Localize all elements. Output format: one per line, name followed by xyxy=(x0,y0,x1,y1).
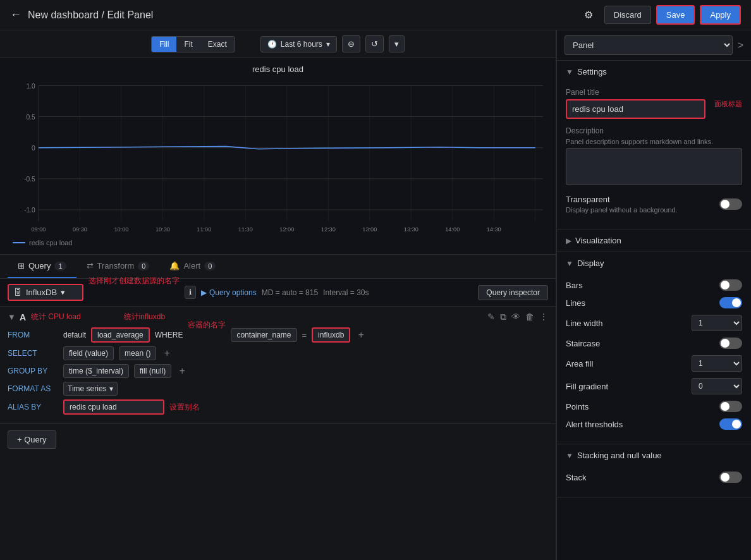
svg-text:13:00: 13:00 xyxy=(362,226,377,233)
copy-icon[interactable]: ⧉ xyxy=(500,312,506,322)
more-icon[interactable]: ⋮ xyxy=(539,312,548,322)
settings-button[interactable]: ⚙ xyxy=(578,5,599,25)
area-fill-select[interactable]: 1 xyxy=(692,355,742,372)
cpu-title: 统计 CPU load xyxy=(31,312,81,322)
bars-toggle[interactable] xyxy=(719,279,742,291)
points-label: Points xyxy=(566,402,589,411)
alert-icon: 🔔 xyxy=(169,261,180,271)
tab-alert[interactable]: 🔔 Alert 0 xyxy=(159,255,226,278)
group-add-button[interactable]: + xyxy=(176,365,187,377)
main-layout: Fill Fit Exact 🕐 Last 6 hours ▾ ⊖ ↺ ▾ re… xyxy=(0,30,751,560)
alert-thresholds-toggle[interactable] xyxy=(719,418,742,430)
svg-text:11:00: 11:00 xyxy=(197,226,211,233)
alias-input[interactable] xyxy=(63,399,164,415)
alert-count-badge: 0 xyxy=(204,262,216,271)
from-row: FROM default load_average WHERE 容器的名字 co… xyxy=(8,327,548,343)
settings-header[interactable]: ▼ Settings xyxy=(557,61,751,83)
zoom-out-button[interactable]: ⊖ xyxy=(342,35,360,52)
query-a-header: ▼ A 统计 CPU load 统计influxdb ✎ ⧉ 👁 🗑 ⋮ xyxy=(8,312,548,322)
svg-text:09:30: 09:30 xyxy=(73,226,87,233)
datasource-select[interactable]: 🗄 InfluxDB ▾ xyxy=(8,284,83,301)
query-inspector-button[interactable]: Query inspector xyxy=(478,285,548,300)
format-select[interactable]: Time series ▾ xyxy=(63,382,118,396)
refresh-button[interactable]: ↺ xyxy=(365,35,384,52)
panel-title-input[interactable] xyxy=(566,99,705,119)
time-picker[interactable]: 🕐 Last 6 hours ▾ xyxy=(260,36,337,52)
select-field-tag[interactable]: field (value) xyxy=(63,346,114,360)
apply-button[interactable]: Apply xyxy=(700,5,741,25)
line-width-select[interactable]: 1 xyxy=(692,315,742,331)
display-content: Bars Lines Line width 1 Staircase xyxy=(557,274,751,444)
view-mode-group: Fill Fit Exact xyxy=(151,36,235,52)
fill-button[interactable]: Fill xyxy=(152,37,176,52)
select-label: SELECT xyxy=(8,349,58,358)
more-options-button[interactable]: ▾ xyxy=(389,35,405,52)
alert-thresholds-label: Alert thresholds xyxy=(566,420,623,429)
stack-toggle[interactable] xyxy=(719,472,742,483)
panel-chevron-icon[interactable]: > xyxy=(738,40,743,51)
format-chevron-icon: ▾ xyxy=(109,384,113,393)
top-bar-left: ← New dashboard / Edit Panel xyxy=(10,8,570,21)
add-query-button[interactable]: + Query xyxy=(8,430,56,449)
svg-text:13:30: 13:30 xyxy=(404,226,418,233)
svg-text:12:00: 12:00 xyxy=(279,226,294,233)
transparent-toggle[interactable] xyxy=(719,198,742,210)
lines-toggle[interactable] xyxy=(719,297,742,308)
visualization-collapse-icon: ▶ xyxy=(566,236,571,245)
display-section: ▼ Display Bars Lines Line width 1 xyxy=(557,252,751,444)
datasource-name: InfluxDB xyxy=(26,288,57,297)
tab-query[interactable]: ⊞ Query 1 xyxy=(8,255,76,278)
settings-title: Settings xyxy=(577,67,607,76)
line-width-label: Line width xyxy=(566,319,603,328)
fit-button[interactable]: Fit xyxy=(176,37,200,52)
select-fn-tag[interactable]: mean () xyxy=(119,346,156,360)
display-header[interactable]: ▼ Display xyxy=(557,252,751,274)
save-button[interactable]: Save xyxy=(656,5,695,25)
fill-gradient-select[interactable]: 0 xyxy=(692,378,742,394)
stacking-header[interactable]: ▼ Stacking and null value xyxy=(557,444,751,466)
group-fill-tag[interactable]: fill (null) xyxy=(134,364,171,378)
area-fill-row: Area fill 1 xyxy=(566,355,742,372)
delete-icon[interactable]: 🗑 xyxy=(525,312,534,322)
staircase-toggle[interactable] xyxy=(719,338,742,349)
tab-transform[interactable]: ⇄ Transform 0 xyxy=(76,255,160,278)
fill-gradient-row: Fill gradient 0 xyxy=(566,378,742,394)
lines-row: Lines xyxy=(566,297,742,308)
transparent-desc: Display panel without a background. xyxy=(566,206,678,214)
svg-text:12:30: 12:30 xyxy=(321,226,336,233)
field-value-tag[interactable]: influxdb xyxy=(312,327,350,343)
visualization-header[interactable]: ▶ Visualization xyxy=(557,229,751,252)
collapse-icon[interactable]: ▼ xyxy=(8,312,16,322)
select-add-button[interactable]: + xyxy=(161,348,172,359)
group-label: GROUP BY xyxy=(8,367,58,375)
panel-title-hint: 面板标题 xyxy=(714,99,742,119)
field-name-tag[interactable]: container_name xyxy=(231,328,296,342)
edit-icon[interactable]: ✎ xyxy=(487,312,495,322)
where-add-button[interactable]: + xyxy=(355,329,366,341)
datasource-chevron-icon: ▾ xyxy=(61,288,65,297)
settings-collapse-icon: ▼ xyxy=(566,68,573,76)
measurement-tag[interactable]: load_average xyxy=(91,327,150,343)
datasource-bar: 🗄 InfluxDB ▾ 选择刚才创建数据源的名字 ℹ ▶ Query opti… xyxy=(0,279,556,307)
legend-line xyxy=(13,242,25,243)
description-group: Description Panel description supports m… xyxy=(566,126,742,187)
stacking-content: Stack xyxy=(557,466,751,497)
back-icon[interactable]: ← xyxy=(10,8,21,21)
visualization-title: Visualization xyxy=(575,236,621,245)
info-button[interactable]: ℹ xyxy=(185,286,196,299)
tab-query-label: Query xyxy=(28,261,51,271)
points-toggle[interactable] xyxy=(719,401,742,412)
group-time-tag[interactable]: time ($_interval) xyxy=(63,364,129,378)
query-letter: A xyxy=(20,312,26,322)
exact-button[interactable]: Exact xyxy=(200,37,235,52)
panel-type-select[interactable]: Panel xyxy=(565,35,733,55)
description-input[interactable] xyxy=(566,148,742,185)
alias-label: ALIAS BY xyxy=(8,403,58,411)
top-bar-actions: ⚙ Discard Save Apply xyxy=(578,5,741,25)
query-options-link[interactable]: ▶ Query options xyxy=(201,288,257,297)
legend-label: redis cpu load xyxy=(29,239,73,247)
discard-button[interactable]: Discard xyxy=(604,6,651,24)
description-placeholder: Panel description supports markdown and … xyxy=(566,138,742,145)
format-value: Time series xyxy=(68,384,107,393)
eye-icon[interactable]: 👁 xyxy=(511,312,520,322)
